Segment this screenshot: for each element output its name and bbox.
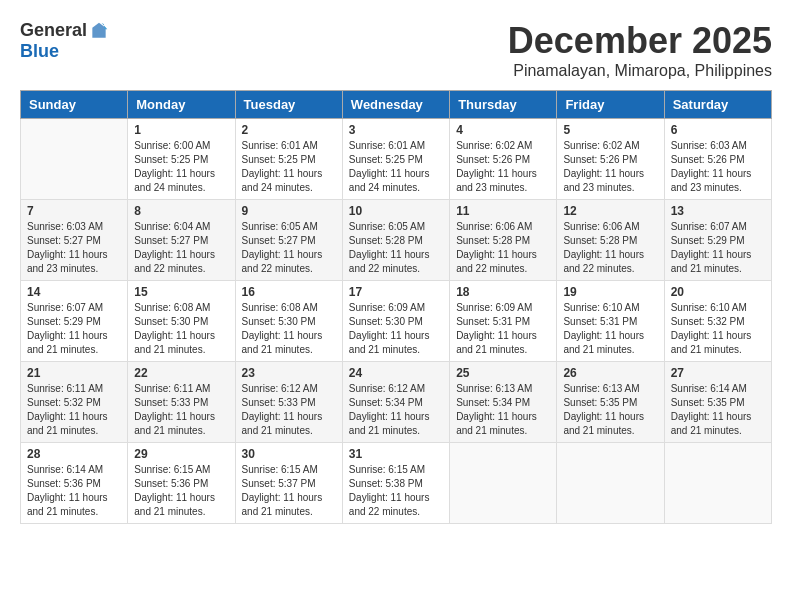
day-info: Sunrise: 6:02 AMSunset: 5:26 PMDaylight:… [563, 139, 657, 195]
day-number: 10 [349, 204, 443, 218]
day-info: Sunrise: 6:14 AMSunset: 5:36 PMDaylight:… [27, 463, 121, 519]
calendar-cell: 26Sunrise: 6:13 AMSunset: 5:35 PMDayligh… [557, 362, 664, 443]
day-number: 29 [134, 447, 228, 461]
calendar-cell: 3Sunrise: 6:01 AMSunset: 5:25 PMDaylight… [342, 119, 449, 200]
calendar-cell: 6Sunrise: 6:03 AMSunset: 5:26 PMDaylight… [664, 119, 771, 200]
day-info: Sunrise: 6:03 AMSunset: 5:26 PMDaylight:… [671, 139, 765, 195]
day-number: 5 [563, 123, 657, 137]
calendar-cell [450, 443, 557, 524]
day-info: Sunrise: 6:05 AMSunset: 5:27 PMDaylight:… [242, 220, 336, 276]
calendar-cell: 13Sunrise: 6:07 AMSunset: 5:29 PMDayligh… [664, 200, 771, 281]
calendar-cell: 20Sunrise: 6:10 AMSunset: 5:32 PMDayligh… [664, 281, 771, 362]
day-info: Sunrise: 6:10 AMSunset: 5:32 PMDaylight:… [671, 301, 765, 357]
calendar-cell: 23Sunrise: 6:12 AMSunset: 5:33 PMDayligh… [235, 362, 342, 443]
calendar-cell: 14Sunrise: 6:07 AMSunset: 5:29 PMDayligh… [21, 281, 128, 362]
day-info: Sunrise: 6:11 AMSunset: 5:32 PMDaylight:… [27, 382, 121, 438]
day-number: 7 [27, 204, 121, 218]
day-number: 27 [671, 366, 765, 380]
calendar-cell [21, 119, 128, 200]
calendar-cell: 24Sunrise: 6:12 AMSunset: 5:34 PMDayligh… [342, 362, 449, 443]
calendar-cell: 25Sunrise: 6:13 AMSunset: 5:34 PMDayligh… [450, 362, 557, 443]
day-info: Sunrise: 6:11 AMSunset: 5:33 PMDaylight:… [134, 382, 228, 438]
calendar-cell [557, 443, 664, 524]
day-info: Sunrise: 6:08 AMSunset: 5:30 PMDaylight:… [242, 301, 336, 357]
calendar-cell: 15Sunrise: 6:08 AMSunset: 5:30 PMDayligh… [128, 281, 235, 362]
day-number: 22 [134, 366, 228, 380]
calendar-cell: 21Sunrise: 6:11 AMSunset: 5:32 PMDayligh… [21, 362, 128, 443]
day-info: Sunrise: 6:01 AMSunset: 5:25 PMDaylight:… [242, 139, 336, 195]
day-info: Sunrise: 6:12 AMSunset: 5:33 PMDaylight:… [242, 382, 336, 438]
day-number: 11 [456, 204, 550, 218]
day-info: Sunrise: 6:01 AMSunset: 5:25 PMDaylight:… [349, 139, 443, 195]
day-number: 28 [27, 447, 121, 461]
day-info: Sunrise: 6:15 AMSunset: 5:38 PMDaylight:… [349, 463, 443, 519]
calendar-cell: 16Sunrise: 6:08 AMSunset: 5:30 PMDayligh… [235, 281, 342, 362]
calendar-cell: 7Sunrise: 6:03 AMSunset: 5:27 PMDaylight… [21, 200, 128, 281]
calendar-header-monday: Monday [128, 91, 235, 119]
day-number: 19 [563, 285, 657, 299]
location-subtitle: Pinamalayan, Mimaropa, Philippines [508, 62, 772, 80]
day-number: 21 [27, 366, 121, 380]
day-info: Sunrise: 6:05 AMSunset: 5:28 PMDaylight:… [349, 220, 443, 276]
calendar-header-wednesday: Wednesday [342, 91, 449, 119]
calendar-cell: 8Sunrise: 6:04 AMSunset: 5:27 PMDaylight… [128, 200, 235, 281]
day-info: Sunrise: 6:03 AMSunset: 5:27 PMDaylight:… [27, 220, 121, 276]
calendar-cell: 12Sunrise: 6:06 AMSunset: 5:28 PMDayligh… [557, 200, 664, 281]
logo-blue-text: Blue [20, 41, 59, 62]
calendar-week-row: 14Sunrise: 6:07 AMSunset: 5:29 PMDayligh… [21, 281, 772, 362]
calendar-header-tuesday: Tuesday [235, 91, 342, 119]
day-info: Sunrise: 6:10 AMSunset: 5:31 PMDaylight:… [563, 301, 657, 357]
day-info: Sunrise: 6:07 AMSunset: 5:29 PMDaylight:… [671, 220, 765, 276]
calendar-cell: 29Sunrise: 6:15 AMSunset: 5:36 PMDayligh… [128, 443, 235, 524]
day-info: Sunrise: 6:04 AMSunset: 5:27 PMDaylight:… [134, 220, 228, 276]
calendar-cell: 18Sunrise: 6:09 AMSunset: 5:31 PMDayligh… [450, 281, 557, 362]
calendar-header-sunday: Sunday [21, 91, 128, 119]
logo-general-text: General [20, 20, 87, 41]
day-info: Sunrise: 6:06 AMSunset: 5:28 PMDaylight:… [563, 220, 657, 276]
calendar-header-thursday: Thursday [450, 91, 557, 119]
calendar-cell: 10Sunrise: 6:05 AMSunset: 5:28 PMDayligh… [342, 200, 449, 281]
month-year-title: December 2025 [508, 20, 772, 62]
day-info: Sunrise: 6:02 AMSunset: 5:26 PMDaylight:… [456, 139, 550, 195]
day-number: 26 [563, 366, 657, 380]
day-info: Sunrise: 6:15 AMSunset: 5:37 PMDaylight:… [242, 463, 336, 519]
day-info: Sunrise: 6:09 AMSunset: 5:30 PMDaylight:… [349, 301, 443, 357]
page-header: General Blue December 2025 Pinamalayan, … [20, 20, 772, 80]
day-number: 14 [27, 285, 121, 299]
day-info: Sunrise: 6:13 AMSunset: 5:35 PMDaylight:… [563, 382, 657, 438]
day-number: 13 [671, 204, 765, 218]
day-number: 4 [456, 123, 550, 137]
day-number: 6 [671, 123, 765, 137]
calendar-cell: 1Sunrise: 6:00 AMSunset: 5:25 PMDaylight… [128, 119, 235, 200]
day-number: 3 [349, 123, 443, 137]
calendar-cell: 4Sunrise: 6:02 AMSunset: 5:26 PMDaylight… [450, 119, 557, 200]
day-info: Sunrise: 6:15 AMSunset: 5:36 PMDaylight:… [134, 463, 228, 519]
calendar-week-row: 28Sunrise: 6:14 AMSunset: 5:36 PMDayligh… [21, 443, 772, 524]
day-number: 30 [242, 447, 336, 461]
day-info: Sunrise: 6:00 AMSunset: 5:25 PMDaylight:… [134, 139, 228, 195]
calendar-cell: 9Sunrise: 6:05 AMSunset: 5:27 PMDaylight… [235, 200, 342, 281]
day-number: 12 [563, 204, 657, 218]
day-info: Sunrise: 6:08 AMSunset: 5:30 PMDaylight:… [134, 301, 228, 357]
calendar-cell: 30Sunrise: 6:15 AMSunset: 5:37 PMDayligh… [235, 443, 342, 524]
calendar-cell: 28Sunrise: 6:14 AMSunset: 5:36 PMDayligh… [21, 443, 128, 524]
day-info: Sunrise: 6:14 AMSunset: 5:35 PMDaylight:… [671, 382, 765, 438]
calendar-cell [664, 443, 771, 524]
day-number: 1 [134, 123, 228, 137]
day-number: 15 [134, 285, 228, 299]
logo-icon [89, 21, 109, 41]
day-number: 23 [242, 366, 336, 380]
calendar-cell: 2Sunrise: 6:01 AMSunset: 5:25 PMDaylight… [235, 119, 342, 200]
day-number: 20 [671, 285, 765, 299]
calendar-table: SundayMondayTuesdayWednesdayThursdayFrid… [20, 90, 772, 524]
calendar-cell: 11Sunrise: 6:06 AMSunset: 5:28 PMDayligh… [450, 200, 557, 281]
day-number: 8 [134, 204, 228, 218]
day-number: 17 [349, 285, 443, 299]
calendar-cell: 27Sunrise: 6:14 AMSunset: 5:35 PMDayligh… [664, 362, 771, 443]
calendar-cell: 5Sunrise: 6:02 AMSunset: 5:26 PMDaylight… [557, 119, 664, 200]
day-number: 18 [456, 285, 550, 299]
day-number: 16 [242, 285, 336, 299]
calendar-cell: 22Sunrise: 6:11 AMSunset: 5:33 PMDayligh… [128, 362, 235, 443]
day-number: 24 [349, 366, 443, 380]
title-area: December 2025 Pinamalayan, Mimaropa, Phi… [508, 20, 772, 80]
